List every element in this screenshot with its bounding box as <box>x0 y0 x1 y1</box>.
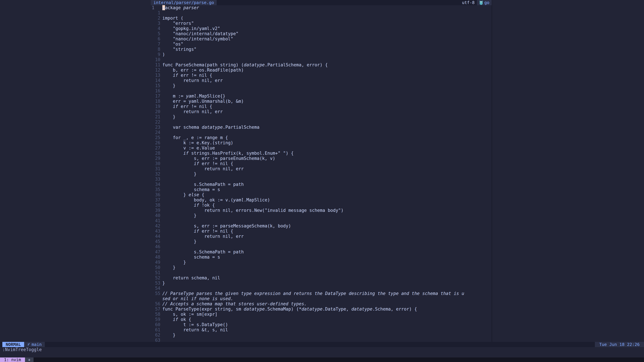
line-number: 50 <box>151 265 162 270</box>
code-line[interactable]: 40 } <box>151 213 492 218</box>
code-line[interactable]: 51 <box>151 270 492 275</box>
code-line[interactable]: 7 "os" <box>151 41 492 47</box>
line-number: 1 <box>151 5 162 10</box>
code-line[interactable]: 53} <box>151 281 492 286</box>
code-line[interactable]: 4 "gopkg.in/yaml.v2" <box>151 26 492 31</box>
code-line[interactable]: 14 return nil, err <box>151 78 492 83</box>
code-line[interactable]: 20 return nil, err <box>151 109 492 114</box>
code-line[interactable]: 46 <box>151 244 492 249</box>
code-line[interactable]: 30 if err != nil { <box>151 161 492 166</box>
code-line[interactable]: 47 s.SchemaPath = path <box>151 249 492 255</box>
line-number: 46 <box>151 244 162 249</box>
line-number: 13 <box>151 73 162 78</box>
code-line[interactable]: 21 } <box>151 114 492 119</box>
code-line[interactable]: 8 "strings" <box>151 47 492 52</box>
code-line[interactable]: sed or nil if none is used. <box>151 296 492 301</box>
code-line[interactable]: 62 } <box>151 333 492 338</box>
code-line[interactable]: 22 <box>151 119 492 125</box>
code-line[interactable]: 52 return schema, nil <box>151 275 492 281</box>
code-line[interactable]: 60 t := s.DataType() <box>151 322 492 327</box>
code-line[interactable]: 41 <box>151 218 492 223</box>
code-line[interactable]: 18 err = yaml.Unmarshal(b, &m) <box>151 99 492 104</box>
line-number: 31 <box>151 166 162 171</box>
line-number: 34 <box>151 182 162 187</box>
code-line[interactable]: 13 if err != nil { <box>151 73 492 78</box>
code-line[interactable]: 37 body, ok := v.(yaml.MapSlice) <box>151 197 492 203</box>
code-line[interactable]: 26 k := e.Key.(string) <box>151 140 492 145</box>
line-number: 21 <box>151 114 162 119</box>
line-number: 43 <box>151 229 162 234</box>
code-line[interactable]: 11func ParseSchema(path string) (datatyp… <box>151 62 492 67</box>
line-number: 33 <box>151 177 162 182</box>
code-line[interactable]: 48 schema = s <box>151 255 492 260</box>
line-number: 6 <box>151 36 162 41</box>
tmux-window-tab[interactable]: 1: nvim <box>0 358 25 362</box>
code-line[interactable]: 35 schema = s <box>151 187 492 192</box>
code-line[interactable]: 61 return &t, s, nil <box>151 327 492 333</box>
tmux-status-bar: 1: nvim + <box>0 358 644 362</box>
code-line[interactable]: 39 return nil, errors.New("invalid messa… <box>151 208 492 213</box>
code-line[interactable]: 59 if ok { <box>151 317 492 322</box>
code-line[interactable]: 63 <box>151 338 492 342</box>
statusline-spacer <box>45 342 595 347</box>
code-line[interactable]: 19 if err != nil { <box>151 104 492 109</box>
line-number: 20 <box>151 109 162 114</box>
code-line[interactable]: 9) <box>151 52 492 57</box>
code-line[interactable]: 6 "nanoc/internal/symbol" <box>151 36 492 41</box>
line-number: 56 <box>151 301 162 307</box>
code-line[interactable]: 10 <box>151 57 492 62</box>
line-number: 44 <box>151 234 162 239</box>
code-line[interactable]: 58 s, ok := sm[expr] <box>151 312 492 317</box>
line-number: 57 <box>151 307 162 312</box>
code-line[interactable]: 33 <box>151 177 492 182</box>
code-line[interactable]: 25 for _, e := range m { <box>151 135 492 140</box>
line-number: 40 <box>151 213 162 218</box>
code-line[interactable]: 28 if strings.HasPrefix(k, symbol.Enum+"… <box>151 151 492 156</box>
line-number: 12 <box>151 67 162 73</box>
code-line[interactable]: 42 s, err := parseMessageSchema(k, body) <box>151 223 492 229</box>
code-line[interactable]: 17 m := yaml.MapSlice{} <box>151 93 492 99</box>
code-line[interactable]: 23 var schema datatype.PartialSchema <box>151 125 492 130</box>
window-separator[interactable] <box>492 0 492 342</box>
line-number: 11 <box>151 62 162 67</box>
code-line[interactable]: 3 "errors" <box>151 21 492 26</box>
line-number: 2 <box>151 15 162 21</box>
code-line[interactable]: 1 <box>151 10 492 15</box>
tmux-window-flag: + <box>25 358 33 362</box>
code-line[interactable]: 43 if err != nil { <box>151 229 492 234</box>
code-line[interactable]: 32 } <box>151 171 492 177</box>
code-line[interactable]: 57func ParseType(expr string, sm datatyp… <box>151 307 492 312</box>
code-line[interactable]: 16 <box>151 88 492 93</box>
code-line[interactable]: 15 } <box>151 83 492 88</box>
code-line[interactable]: 31 return nil, err <box>151 166 492 171</box>
go-gopher-icon <box>479 0 483 5</box>
code-line[interactable]: 50 } <box>151 265 492 270</box>
code-line[interactable]: 29 s, err := parseEnumSchema(k, v) <box>151 156 492 161</box>
line-number: 17 <box>151 93 162 99</box>
command-line[interactable]: :NvimTreeToggle <box>0 347 644 358</box>
code-line[interactable]: 5 "nanoc/internal/datatype" <box>151 31 492 36</box>
code-line[interactable]: 2import ( <box>151 15 492 21</box>
code-line[interactable]: 24 <box>151 130 492 135</box>
code-line[interactable]: 38 if !ok { <box>151 203 492 208</box>
nvim-screen: internal/parser/parse.go utf-8 <box>0 0 644 362</box>
code-line[interactable]: 55// ParseType parses the given type exp… <box>151 291 492 296</box>
code-line[interactable]: 44 return nil, err <box>151 234 492 239</box>
code-line[interactable]: 45 } <box>151 239 492 244</box>
line-number: 61 <box>151 327 162 333</box>
line-number: 53 <box>151 281 162 286</box>
code-line[interactable]: 1package parser <box>151 5 492 10</box>
winbar-filename[interactable]: internal/parser/parse.go <box>151 0 217 5</box>
line-number <box>151 296 162 301</box>
code-line[interactable]: 27 v := e.Value <box>151 145 492 151</box>
code-line[interactable]: 54 <box>151 286 492 291</box>
code-line[interactable]: 49 } <box>151 260 492 265</box>
code-line[interactable]: 12 b, err := os.ReadFile(path) <box>151 67 492 73</box>
line-number: 26 <box>151 140 162 145</box>
line-number: 59 <box>151 317 162 322</box>
code-line[interactable]: 34 s.SchemaPath = path <box>151 182 492 187</box>
line-number: 9 <box>151 52 162 57</box>
code-line[interactable]: 36 } else { <box>151 192 492 197</box>
code-line[interactable]: 56// Accepts a schema map that stores us… <box>151 301 492 307</box>
clock-label: Tue Jun 18 22:26 <box>595 342 644 347</box>
